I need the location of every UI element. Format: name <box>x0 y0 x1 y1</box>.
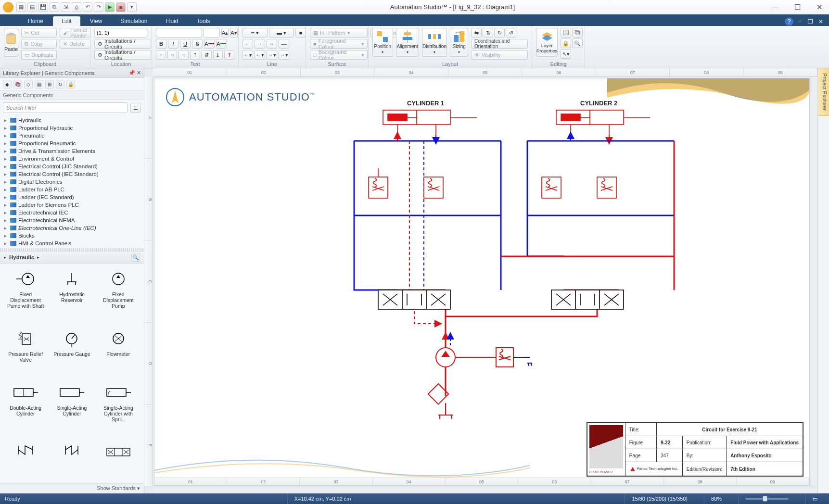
fit-page-icon[interactable]: ▭ <box>805 493 824 504</box>
underline-button[interactable]: U <box>180 39 191 49</box>
search-input[interactable] <box>3 102 128 113</box>
visibility-button[interactable]: 👁 Visibility <box>471 50 528 60</box>
tree-item-11[interactable]: ▸Ladder for Siemens PLC <box>0 201 144 209</box>
tree-item-15[interactable]: ▸Blocks <box>0 232 144 239</box>
component-8[interactable]: Single-Acting Cylinder with Spri... <box>96 381 141 439</box>
tool-icon-5[interactable]: ⊞ <box>45 80 54 88</box>
mdi-minimize[interactable]: – <box>795 17 804 26</box>
maximize-button[interactable]: ☐ <box>791 3 804 12</box>
line-style[interactable]: ━ ▾ <box>242 28 268 38</box>
tab-home[interactable]: Home <box>19 16 52 26</box>
arrow-both[interactable]: ↔ <box>267 39 277 49</box>
rotate-ccw[interactable]: ↺ <box>506 28 516 38</box>
delete-button[interactable]: ✕ Delete <box>60 39 90 49</box>
tree-item-0[interactable]: ▸Hydraulic <box>0 116 144 124</box>
text-red[interactable]: T <box>224 50 234 60</box>
mdi-close[interactable]: ✕ <box>816 17 825 26</box>
fontcolor-button[interactable]: A <box>204 39 215 49</box>
zoom-icon[interactable]: 🔍 <box>131 253 140 262</box>
component-6[interactable]: Double-Acting Cylinder <box>3 381 48 439</box>
arrow-none[interactable]: — <box>279 39 289 49</box>
italic-button[interactable]: I <box>168 39 179 49</box>
endcap-3[interactable]: →▾ <box>267 50 277 60</box>
component-7[interactable]: Single-Acting Cylinder <box>49 381 94 439</box>
qat-dropdown[interactable]: ▾ <box>127 2 137 12</box>
installations-button-1[interactable]: ⚙ Installations / Circuits <box>94 39 151 49</box>
zoom-slider[interactable] <box>738 493 796 504</box>
minimize-button[interactable]: — <box>768 3 782 11</box>
flip-h[interactable]: ⇋ <box>471 28 482 38</box>
align-bottom[interactable]: ⤓ <box>213 50 223 60</box>
tab-edit[interactable]: Edit <box>53 16 80 26</box>
qat-print[interactable]: ⎙ <box>72 2 81 12</box>
alignment-button[interactable]: Alignment▾ <box>396 28 419 57</box>
tab-simulation[interactable]: Simulation <box>112 16 156 26</box>
line-weight[interactable]: ▬ ▾ <box>269 28 294 38</box>
scrollbar-horizontal[interactable] <box>153 487 817 493</box>
qat-play[interactable]: ▶ <box>105 2 115 12</box>
search-options-icon[interactable]: ☰ <box>130 103 141 113</box>
rotate-cw[interactable]: ↻ <box>494 28 505 38</box>
align-top[interactable]: ⤒ <box>190 50 200 60</box>
tree-item-6[interactable]: ▸Electrical Control (JIC Standard) <box>0 163 144 170</box>
increase-font[interactable]: A▴ <box>221 28 229 38</box>
tool-icon-1[interactable]: ◆ <box>3 80 12 88</box>
layer-properties-button[interactable]: Layer Properties <box>536 28 558 57</box>
bold-button[interactable]: B <box>156 39 166 49</box>
endcap-1[interactable]: ←▾ <box>242 50 253 60</box>
tree-item-4[interactable]: ▸Drive & Transmission Elements <box>0 147 144 155</box>
tool-icon-3[interactable]: ◇ <box>24 80 33 88</box>
arrow-end[interactable]: → <box>255 39 265 49</box>
component-9[interactable] <box>3 441 48 479</box>
tree-item-7[interactable]: ▸Electrical Control (IEC Standard) <box>0 170 144 178</box>
endcap-4[interactable]: →▾ <box>279 50 289 60</box>
tool-icon-2[interactable]: 📚 <box>13 80 22 88</box>
component-10[interactable] <box>49 441 94 479</box>
tree-item-8[interactable]: ▸Digital Electronics <box>0 178 144 186</box>
tree-item-16[interactable]: ▸HMI & Control Panels <box>0 239 144 247</box>
component-1[interactable]: Hydrostatic Reservoir <box>49 267 94 325</box>
qat-undo[interactable]: ↶ <box>83 2 92 12</box>
tree-item-12[interactable]: ▸Electrotechnical IEC <box>0 209 144 216</box>
fg-colour[interactable]: ■ Foreground Colour ▾ <box>310 39 368 49</box>
font-family-select[interactable] <box>156 28 202 38</box>
lock-btn[interactable]: 🔒 <box>561 38 571 48</box>
paste-button[interactable]: Paste <box>4 28 18 57</box>
distribution-button[interactable]: Distribution▾ <box>422 28 447 57</box>
tree-item-2[interactable]: ▸Pneumatic <box>0 132 144 139</box>
component-5[interactable]: Flowmeter <box>96 327 141 379</box>
qat-redo[interactable]: ↷ <box>94 2 103 12</box>
qat-saveall[interactable]: ⧉ <box>50 2 59 12</box>
cut-button[interactable]: ✂ Cut <box>21 28 57 38</box>
qat-save[interactable]: 💾 <box>38 2 48 12</box>
tool-icon-6[interactable]: ↻ <box>56 80 64 88</box>
ungroup-btn[interactable]: ⿻ <box>572 28 583 38</box>
font-size-select[interactable] <box>204 28 220 38</box>
tab-fluid[interactable]: Fluid <box>157 16 187 26</box>
flip-v[interactable]: ⇅ <box>483 28 493 38</box>
qat-open[interactable]: ▤ <box>27 2 37 12</box>
tree-item-14[interactable]: ▸Electrotechnical One-Line (IEC) <box>0 224 144 232</box>
tab-view[interactable]: View <box>81 16 111 26</box>
format-painter-button[interactable]: 🖌 Format Painter <box>60 28 90 38</box>
component-2[interactable]: Fixed Displacement Pump <box>96 267 141 325</box>
tab-tools[interactable]: Tools <box>188 16 219 26</box>
position-button[interactable]: Position▾ <box>372 28 393 57</box>
line-color[interactable]: ■ <box>295 28 306 38</box>
qat-new[interactable]: ▦ <box>16 2 26 12</box>
help-icon[interactable]: ? <box>785 17 793 26</box>
align-left[interactable]: ≡ <box>156 50 166 60</box>
tree-item-5[interactable]: ▸Environment & Control <box>0 155 144 163</box>
highlight-button[interactable]: A <box>216 39 227 49</box>
qat-stop[interactable]: ■ <box>116 2 126 12</box>
mdi-restore[interactable]: ❐ <box>806 17 815 26</box>
tree-item-9[interactable]: ▸Ladder for AB PLC <box>0 186 144 193</box>
align-center[interactable]: ≡ <box>167 50 178 60</box>
copy-button[interactable]: ⧉ Copy <box>21 39 57 49</box>
align-right[interactable]: ≡ <box>179 50 189 60</box>
bg-colour[interactable]: □ Background Colour ▾ <box>310 50 368 60</box>
fill-pattern[interactable]: ▦ Fill Pattern ▾ <box>310 28 368 38</box>
sizing-button[interactable]: Sizing▾ <box>450 28 468 57</box>
show-standards-button[interactable]: Show Standards ▾ <box>0 483 144 493</box>
endcap-2[interactable]: ←▾ <box>255 50 265 60</box>
